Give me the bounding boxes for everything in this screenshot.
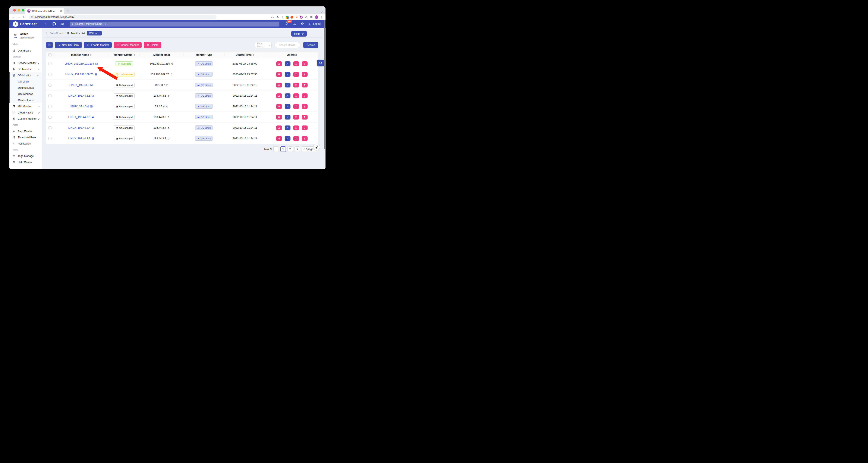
- extension-icon[interactable]: M: [295, 16, 298, 19]
- row-edit-button[interactable]: [285, 72, 290, 77]
- scrollbar-thumb[interactable]: [324, 20, 325, 149]
- monitor-name-link[interactable]: LINUX_193.44.3.3: [68, 116, 90, 119]
- chart-icon[interactable]: [90, 105, 93, 108]
- monitor-name-link[interactable]: LINUX_33.4.3.4: [70, 105, 89, 108]
- address-bar[interactable]: localhost:4200/monitors?app=linux: [29, 15, 217, 20]
- lock-icon[interactable]: [293, 22, 296, 26]
- row-chart-button[interactable]: [276, 125, 282, 130]
- monitor-name-link[interactable]: LINUX_192.33.2: [69, 84, 89, 87]
- tab-search-chevron-icon[interactable]: [321, 9, 322, 13]
- next-page-button[interactable]: [294, 146, 300, 152]
- row-checkbox[interactable]: [49, 84, 52, 87]
- search-button[interactable]: Search: [303, 42, 318, 48]
- row-delete-button[interactable]: [302, 115, 308, 119]
- page-button-1[interactable]: 1: [280, 146, 286, 152]
- row-cancel-button[interactable]: [293, 115, 299, 119]
- copy-icon[interactable]: [167, 116, 170, 118]
- sidebar-item-notification[interactable]: Notification: [9, 140, 42, 147]
- row-chart-button[interactable]: [276, 61, 282, 66]
- copy-icon[interactable]: [167, 137, 170, 140]
- bookmark-star-icon[interactable]: ☆: [281, 16, 284, 19]
- breadcrumb-monitor-list[interactable]: Monitor List: [71, 32, 85, 35]
- github-icon[interactable]: [53, 22, 56, 26]
- sidebar-item-cloud-native[interactable]: Cloud Native: [9, 110, 42, 116]
- monitor-name-link[interactable]: LINUX_103.239.101.234: [64, 62, 94, 65]
- row-checkbox[interactable]: [49, 62, 52, 65]
- breadcrumb-dashboard[interactable]: DashBoard: [50, 32, 63, 35]
- copy-icon[interactable]: [166, 84, 168, 86]
- row-delete-button[interactable]: [302, 83, 308, 87]
- row-chart-button[interactable]: [276, 136, 282, 141]
- tab-close-icon[interactable]: ✕: [60, 10, 62, 12]
- site-info-icon[interactable]: [31, 16, 33, 19]
- chart-icon[interactable]: [91, 126, 94, 129]
- copy-icon[interactable]: [166, 105, 168, 108]
- column-monitor-status[interactable]: Monitor Status: [109, 52, 140, 58]
- extension-icon[interactable]: [290, 16, 293, 19]
- extension-icon[interactable]: [300, 16, 303, 19]
- row-edit-button[interactable]: [285, 61, 290, 66]
- theme-settings-float-button[interactable]: ⚙: [317, 60, 324, 66]
- settings-gear-icon[interactable]: ⚙: [301, 22, 304, 26]
- row-cancel-button[interactable]: [293, 93, 299, 98]
- forward-icon[interactable]: →: [18, 16, 21, 19]
- share-icon[interactable]: [276, 16, 279, 19]
- cancel-monitor-button[interactable]: Cancel Monitor: [114, 42, 142, 48]
- sidebar-subitem-ubuntu-linux[interactable]: Ubuntu Linux: [10, 85, 42, 91]
- row-chart-button[interactable]: [276, 72, 282, 77]
- column-monitor-type[interactable]: Monitor Type: [183, 52, 224, 58]
- browser-tab[interactable]: OS Linux - HertzBeat ✕: [25, 8, 64, 14]
- logout-button[interactable]: Logout: [308, 22, 321, 26]
- new-tab-button[interactable]: +: [67, 9, 69, 13]
- sort-icon[interactable]: [253, 54, 254, 56]
- row-checkbox[interactable]: [49, 94, 52, 97]
- row-cancel-button[interactable]: [293, 83, 299, 87]
- prev-page-button[interactable]: [273, 146, 279, 152]
- refresh-button[interactable]: ↻: [46, 42, 53, 48]
- chart-icon[interactable]: [90, 84, 93, 87]
- column-monitor-host[interactable]: Monitor Host: [140, 52, 183, 58]
- row-cancel-button[interactable]: [293, 104, 299, 109]
- copy-icon[interactable]: [171, 62, 174, 65]
- maximize-window-button[interactable]: [22, 9, 24, 11]
- monitor-name-link[interactable]: LINUX_193.44.3.4: [68, 126, 90, 129]
- sort-icon[interactable]: [90, 54, 91, 56]
- notification-bell[interactable]: 99+: [285, 22, 288, 26]
- row-edit-button[interactable]: [285, 136, 290, 141]
- delete-button[interactable]: Delete: [144, 42, 161, 48]
- row-checkbox[interactable]: [49, 116, 52, 119]
- sidebar-item-custom-monitor[interactable]: Custom Monitor: [9, 116, 42, 122]
- hertzbeat-logo-icon[interactable]: [13, 21, 18, 27]
- sidebar-subitem-os-windows[interactable]: OS Windows: [10, 91, 42, 97]
- sidebar-subitem-centos-linux[interactable]: Centos Linux: [10, 97, 42, 103]
- row-delete-button[interactable]: [302, 136, 308, 141]
- chart-icon[interactable]: [95, 62, 98, 65]
- global-search-input[interactable]: [70, 22, 279, 27]
- minimize-window-button[interactable]: [18, 9, 20, 11]
- page-button-2[interactable]: 2: [287, 146, 293, 152]
- row-chart-button[interactable]: [276, 115, 282, 119]
- column-monitor-name[interactable]: Monitor Name: [54, 52, 109, 58]
- chart-icon[interactable]: [91, 137, 94, 140]
- monitor-name-link[interactable]: LINUX_193.44.3.5: [68, 94, 90, 97]
- row-cancel-button[interactable]: [293, 136, 299, 141]
- chart-icon[interactable]: [91, 94, 94, 97]
- row-delete-button[interactable]: [302, 72, 308, 77]
- sidebar-toggle-icon[interactable]: [310, 16, 313, 19]
- help-button[interactable]: Help: [291, 31, 307, 36]
- row-chart-button[interactable]: [276, 93, 282, 98]
- row-checkbox[interactable]: [49, 126, 52, 129]
- monitor-name-link[interactable]: LINUX_193.44.3.2: [68, 137, 90, 140]
- row-delete-button[interactable]: [302, 104, 308, 109]
- row-chart-button[interactable]: [276, 104, 282, 109]
- close-window-button[interactable]: [13, 9, 16, 11]
- row-delete-button[interactable]: [302, 93, 308, 98]
- back-icon[interactable]: ←: [12, 16, 15, 19]
- sidebar-item-os-monitor[interactable]: OS Monitor: [10, 72, 42, 79]
- row-edit-button[interactable]: [285, 125, 290, 130]
- filter-monitor-select[interactable]: Filter Mon...: [255, 42, 272, 48]
- search-monitor-input[interactable]: [275, 42, 300, 48]
- row-delete-button[interactable]: [302, 61, 308, 66]
- column-update-time[interactable]: Update Time: [224, 52, 266, 58]
- copy-icon[interactable]: [167, 126, 170, 129]
